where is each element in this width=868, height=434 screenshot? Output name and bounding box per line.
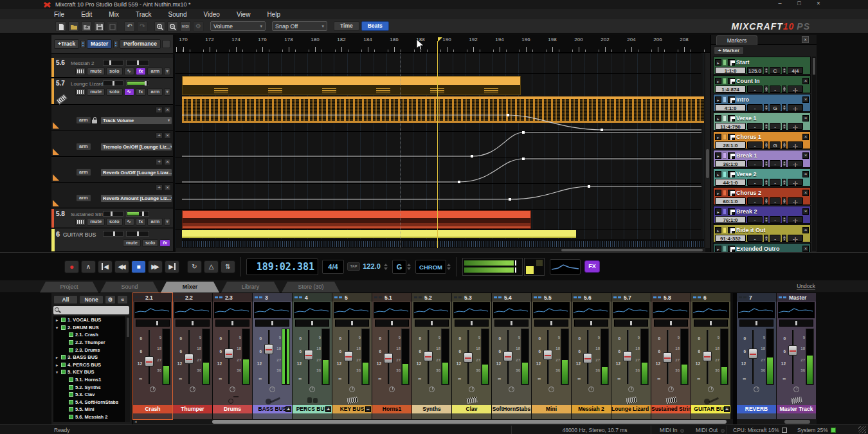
marker-row[interactable]: ▸Verse 2×44:1:0---|- xyxy=(713,168,811,186)
flag-icon[interactable] xyxy=(728,96,735,103)
automation-lane-reverb-amount[interactable]: +× arm Reverb Amount [Lounge Liz...▾ xyxy=(51,183,173,208)
eq-display[interactable] xyxy=(573,302,610,318)
key-spinner[interactable] xyxy=(782,216,786,223)
playhead[interactable] xyxy=(437,53,438,248)
eq-display[interactable] xyxy=(692,302,729,318)
mixer-channel-2-3[interactable]: 2.30612∞9182736Drums xyxy=(213,293,252,419)
fader-handle[interactable] xyxy=(384,353,393,363)
remove-lane-button[interactable]: × xyxy=(164,159,171,165)
send-knob[interactable] xyxy=(777,386,816,395)
channel-name[interactable]: Clav xyxy=(452,405,491,413)
pan-slider[interactable] xyxy=(176,320,210,327)
marker-tempo[interactable]: - xyxy=(747,141,763,149)
track-row-sustained-strings[interactable]: 5.8 Sustained Stri... mute solo ∿ fx arm… xyxy=(51,209,173,228)
marker-tempo[interactable]: - xyxy=(747,235,763,242)
tree-item[interactable]: 5.3. Clav xyxy=(53,391,125,399)
volume-fader[interactable] xyxy=(383,329,393,385)
tab-store-30-[interactable]: Store (30) xyxy=(282,282,340,293)
arm-button[interactable]: arm xyxy=(76,194,91,202)
mixer-channel-5-8[interactable]: 5.80612∞9182736Sustained String xyxy=(651,293,691,419)
marker-position[interactable]: 1:1:0 xyxy=(715,67,746,74)
tree-expand-icon[interactable]: ▾ xyxy=(55,325,59,330)
flag-icon[interactable] xyxy=(728,59,735,66)
marker-tempo[interactable]: - xyxy=(747,123,763,130)
send-knob[interactable] xyxy=(572,386,611,395)
tree-scrollbar[interactable] xyxy=(126,316,130,422)
tree-item[interactable]: 2.1. Crash xyxy=(53,331,125,339)
fader-handle[interactable] xyxy=(464,352,473,363)
close-icon[interactable]: × xyxy=(802,96,809,103)
arrange-grid[interactable] xyxy=(176,53,705,248)
loop-button[interactable]: ↻ xyxy=(187,260,202,273)
send-knob[interactable] xyxy=(293,386,332,395)
marker-color-swatch[interactable] xyxy=(723,208,727,215)
volume-fader[interactable] xyxy=(582,329,593,385)
send-knob[interactable] xyxy=(253,386,292,395)
mixer-horizontal-scrollbar[interactable]: ◂ xyxy=(133,419,733,424)
marker-color-swatch[interactable] xyxy=(723,190,727,196)
pan-slider[interactable] xyxy=(574,320,608,327)
pan-slider[interactable] xyxy=(739,320,773,327)
pan-slider[interactable] xyxy=(534,320,568,327)
close-icon[interactable]: × xyxy=(802,171,809,177)
mute-button[interactable]: mute xyxy=(87,68,105,75)
eq-display[interactable] xyxy=(334,302,370,318)
marker-time-signature[interactable]: -|- xyxy=(788,86,803,93)
pan-slider[interactable] xyxy=(375,320,409,327)
pan-slider[interactable] xyxy=(255,320,289,327)
maximize-button[interactable]: □ xyxy=(795,0,804,6)
tree-item[interactable]: ▾5. KEY BUS xyxy=(53,368,125,376)
punch-button[interactable]: ∧ xyxy=(81,260,96,273)
pan-slider[interactable] xyxy=(335,320,369,327)
marker-row[interactable]: ▸Break 1×36:1:0---|- xyxy=(713,150,811,168)
expand-arrow-icon[interactable]: ▸ xyxy=(715,115,721,122)
volume-fader[interactable] xyxy=(183,329,194,385)
fader-handle[interactable] xyxy=(185,354,194,364)
mixer-channel-5-2[interactable]: 5.20612∞9182736Synths xyxy=(412,293,451,419)
keyboard-icon[interactable] xyxy=(75,88,86,96)
marker-time-signature[interactable]: -|- xyxy=(788,216,803,223)
select-all-button[interactable]: All xyxy=(53,295,78,304)
close-icon[interactable]: × xyxy=(802,36,809,43)
volume-fader[interactable] xyxy=(701,329,712,385)
redo-icon[interactable]: ↷ xyxy=(137,21,148,32)
marker-position[interactable]: 76:1:0 xyxy=(715,216,746,223)
eq-display[interactable] xyxy=(134,302,171,318)
tree-item[interactable]: ▸4. PERCS BUS xyxy=(53,361,125,369)
flag-icon[interactable] xyxy=(728,227,735,233)
mute-button[interactable]: mute xyxy=(87,218,105,226)
marker-key[interactable]: - xyxy=(770,160,781,167)
new-project-icon[interactable] xyxy=(55,21,66,32)
key-spinner[interactable] xyxy=(782,86,786,93)
tree-item[interactable]: 5.6. Messiah 2 xyxy=(53,413,125,421)
flag-icon[interactable] xyxy=(728,171,735,177)
fx-button[interactable]: fx xyxy=(159,239,170,247)
stop-button[interactable]: ■ xyxy=(131,260,146,273)
flag-icon[interactable] xyxy=(728,246,735,252)
frame-icon[interactable] xyxy=(107,21,118,32)
channel-name[interactable]: Horns1 xyxy=(372,405,411,413)
track-volume-slider[interactable] xyxy=(103,231,123,237)
solo-button[interactable]: solo xyxy=(142,239,158,247)
fader-handle[interactable] xyxy=(748,348,757,359)
record-button[interactable]: ● xyxy=(64,260,79,273)
tempo-spinner[interactable] xyxy=(764,197,768,204)
arm-button[interactable]: arm xyxy=(76,168,91,176)
volume-fader[interactable] xyxy=(223,329,234,385)
volume-fader[interactable] xyxy=(462,329,473,385)
eq-display[interactable] xyxy=(613,302,649,318)
automation-param-dropdown[interactable]: Track Volume▾ xyxy=(100,116,172,125)
mute-button[interactable]: mute xyxy=(123,239,141,247)
pan-slider[interactable] xyxy=(136,320,170,327)
automation-param-dropdown[interactable]: Reverb Amount [Lounge Liz...▾ xyxy=(100,194,172,203)
add-track-button[interactable]: +Track xyxy=(54,39,79,49)
channel-name[interactable]: Synths xyxy=(412,405,451,413)
pan-slider[interactable] xyxy=(779,320,813,327)
volume-fader[interactable] xyxy=(263,329,274,385)
resize-grip[interactable] xyxy=(858,426,866,433)
tree-item[interactable]: 5.1. Horns1 xyxy=(53,376,125,384)
flag-icon[interactable] xyxy=(728,115,735,122)
expand-arrow-icon[interactable]: ▸ xyxy=(715,208,721,215)
expand-arrow-icon[interactable]: ▸ xyxy=(715,78,721,84)
fader-handle[interactable] xyxy=(344,351,353,361)
